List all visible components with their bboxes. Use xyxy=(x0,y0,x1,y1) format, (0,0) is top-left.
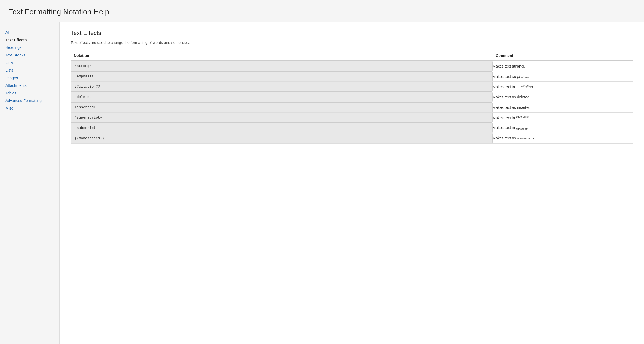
comment-cell: Makes text strong. xyxy=(493,61,633,71)
table-row: -deleted-Makes text as deleted. xyxy=(71,92,633,102)
sidebar-item-lists[interactable]: Lists xyxy=(4,66,55,74)
comment-cell: Makes text emphasis.. xyxy=(493,71,633,82)
sidebar-item-headings[interactable]: Headings xyxy=(4,44,55,51)
notation-box: {{monospaced}} xyxy=(71,133,493,143)
notation-box: _emphasis_ xyxy=(71,71,493,81)
section-description: Text effects are used to change the form… xyxy=(71,40,633,45)
table-row: _emphasis_Makes text emphasis.. xyxy=(71,71,633,82)
comment-cell: Makes text as deleted. xyxy=(493,92,633,102)
sidebar-item-text-breaks[interactable]: Text Breaks xyxy=(4,51,55,59)
notation-cell: _emphasis_ xyxy=(71,71,493,82)
notation-box: +inserted+ xyxy=(71,102,493,112)
notation-box: *strong* xyxy=(71,61,493,71)
col-header-comment: Comment xyxy=(493,51,633,61)
sidebar: AllText EffectsHeadingsText BreaksLinksL… xyxy=(0,22,60,344)
notation-table: Notation Comment *strong*Makes text stro… xyxy=(71,51,633,144)
sidebar-item-advanced-formatting[interactable]: Advanced Formatting xyxy=(4,97,55,104)
comment-cell: Makes text in — citation. xyxy=(493,82,633,92)
comment-cell: Makes text in subscript. xyxy=(493,123,633,133)
sidebar-item-attachments[interactable]: Attachments xyxy=(4,82,55,89)
table-row: ^superscript^Makes text in superscript. xyxy=(71,113,633,123)
notation-cell: ??citation?? xyxy=(71,82,493,92)
table-row: +inserted+Makes text as inserted. xyxy=(71,102,633,113)
notation-cell: ^superscript^ xyxy=(71,113,493,123)
page-header: Text Formatting Notation Help xyxy=(0,0,644,22)
notation-box: ~subscript~ xyxy=(71,123,493,133)
notation-cell: *strong* xyxy=(71,61,493,71)
notation-box: ^superscript^ xyxy=(71,113,493,123)
notation-cell: {{monospaced}} xyxy=(71,133,493,144)
comment-cell: Makes text as inserted. xyxy=(493,102,633,113)
col-header-notation: Notation xyxy=(71,51,493,61)
page-title: Text Formatting Notation Help xyxy=(9,8,635,16)
sidebar-item-misc[interactable]: Misc xyxy=(4,104,55,112)
comment-cell: Makes text in superscript. xyxy=(493,113,633,123)
table-row: {{monospaced}}Makes text as monospaced. xyxy=(71,133,633,144)
table-row: ~subscript~Makes text in subscript. xyxy=(71,123,633,133)
sidebar-item-text-effects: Text Effects xyxy=(4,36,55,44)
notation-cell: ~subscript~ xyxy=(71,123,493,133)
notation-box: -deleted- xyxy=(71,92,493,102)
sidebar-item-all[interactable]: All xyxy=(4,28,55,36)
sidebar-item-links[interactable]: Links xyxy=(4,59,55,66)
sidebar-item-images[interactable]: Images xyxy=(4,74,55,82)
comment-cell: Makes text as monospaced. xyxy=(493,133,633,144)
table-row: *strong*Makes text strong. xyxy=(71,61,633,71)
notation-cell: -deleted- xyxy=(71,92,493,102)
section-title: Text Effects xyxy=(71,30,633,37)
notation-cell: +inserted+ xyxy=(71,102,493,113)
content-area: Text Effects Text effects are used to ch… xyxy=(60,22,644,344)
sidebar-item-tables[interactable]: Tables xyxy=(4,89,55,97)
notation-box: ??citation?? xyxy=(71,82,493,92)
table-row: ??citation??Makes text in — citation. xyxy=(71,82,633,92)
